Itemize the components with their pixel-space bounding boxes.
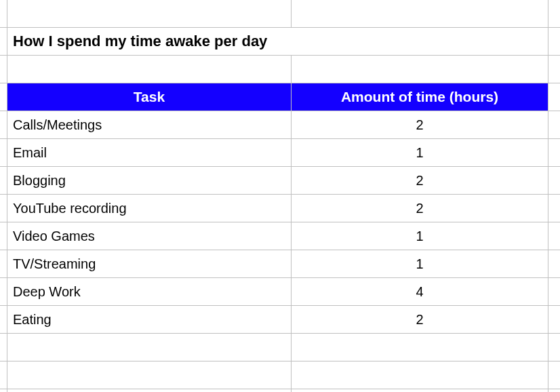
cell[interactable] — [7, 389, 291, 392]
spreadsheet-grid[interactable]: How I spend my time awake per day Task A… — [0, 0, 560, 392]
row-gutter — [0, 306, 7, 333]
row-gutter — [0, 361, 7, 389]
row-gutter — [0, 222, 7, 250]
cell[interactable] — [292, 0, 548, 27]
column-header-task[interactable]: Task — [7, 83, 291, 111]
cell[interactable] — [548, 139, 560, 166]
task-cell[interactable]: Video Games — [7, 222, 291, 250]
amount-cell[interactable]: 1 — [292, 222, 548, 250]
amount-cell[interactable]: 2 — [292, 111, 548, 138]
task-cell[interactable]: TV/Streaming — [7, 250, 291, 277]
row-gutter — [0, 0, 7, 27]
row-gutter — [0, 111, 7, 138]
row-gutter — [0, 278, 7, 305]
task-cell[interactable]: Calls/Meetings — [7, 111, 291, 138]
cell[interactable] — [548, 56, 560, 83]
row-gutter — [0, 139, 7, 166]
row-gutter — [0, 250, 7, 277]
row-gutter — [0, 334, 7, 361]
cell[interactable] — [548, 222, 560, 250]
amount-cell[interactable]: 2 — [292, 167, 548, 194]
cell[interactable] — [292, 389, 548, 392]
cell[interactable] — [7, 334, 291, 361]
cell[interactable] — [548, 195, 560, 222]
cell[interactable] — [548, 306, 560, 333]
cell[interactable] — [548, 111, 560, 138]
task-cell[interactable]: YouTube recording — [7, 195, 291, 222]
cell[interactable] — [7, 0, 291, 27]
column-header-amount[interactable]: Amount of time (hours) — [292, 83, 548, 111]
cell[interactable] — [548, 334, 560, 361]
row-gutter — [0, 56, 7, 83]
cell[interactable] — [548, 389, 560, 392]
cell[interactable] — [548, 250, 560, 277]
row-gutter — [0, 28, 7, 55]
row-gutter — [0, 167, 7, 194]
task-cell[interactable]: Eating — [7, 306, 291, 333]
row-gutter — [0, 83, 7, 111]
amount-cell[interactable]: 1 — [292, 250, 548, 277]
cell[interactable] — [548, 361, 560, 389]
cell[interactable] — [292, 334, 548, 361]
cell[interactable] — [548, 0, 560, 27]
page-title[interactable]: How I spend my time awake per day — [7, 28, 548, 55]
amount-cell[interactable]: 2 — [292, 306, 548, 333]
task-cell[interactable]: Blogging — [7, 167, 291, 194]
cell[interactable] — [548, 167, 560, 194]
cell[interactable] — [292, 361, 548, 389]
row-gutter — [0, 195, 7, 222]
cell[interactable] — [548, 28, 560, 55]
cell[interactable] — [7, 361, 291, 389]
task-cell[interactable]: Email — [7, 139, 291, 166]
cell[interactable] — [292, 56, 548, 83]
cell[interactable] — [7, 56, 291, 83]
amount-cell[interactable]: 4 — [292, 278, 548, 305]
task-cell[interactable]: Deep Work — [7, 278, 291, 305]
cell[interactable] — [548, 278, 560, 305]
row-gutter — [0, 389, 7, 392]
cell[interactable] — [548, 83, 560, 111]
amount-cell[interactable]: 1 — [292, 139, 548, 166]
amount-cell[interactable]: 2 — [292, 195, 548, 222]
